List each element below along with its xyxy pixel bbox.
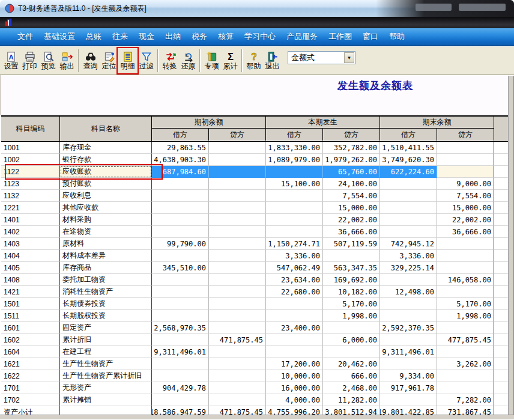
cell-value[interactable]: 22,680.00 <box>266 286 323 298</box>
cell-value[interactable] <box>209 322 266 334</box>
cell-value[interactable] <box>380 226 437 238</box>
cell-value[interactable] <box>380 274 437 286</box>
menu-item-work-circle[interactable]: 工作圈 <box>323 28 357 45</box>
exit-button[interactable]: 退出 <box>263 48 282 73</box>
cell-account-code[interactable]: 1402 <box>1 226 60 238</box>
cell-value[interactable] <box>152 334 209 346</box>
cell-value[interactable] <box>323 250 380 262</box>
cell-account-code[interactable]: 1501 <box>1 298 60 310</box>
cell-value[interactable]: 1,998.00 <box>437 310 494 322</box>
cell-value[interactable] <box>380 298 437 310</box>
cell-value[interactable]: 329,225.14 <box>380 262 437 274</box>
display-format-select[interactable]: 金额式▼ <box>288 51 355 64</box>
cell-value[interactable] <box>380 334 437 346</box>
cell-value[interactable] <box>437 166 494 178</box>
cell-value[interactable] <box>209 202 266 214</box>
table-row[interactable]: 1601固定资产2,568,970.3523,400.002,592,370.3… <box>1 322 508 334</box>
cell-value[interactable]: 22,002.00 <box>323 214 380 226</box>
cell-account-name[interactable]: 消耗性生物资产 <box>60 286 152 298</box>
cell-account-code[interactable]: 1511 <box>1 310 60 322</box>
cell-value[interactable] <box>209 214 266 226</box>
cell-value[interactable]: 5,170.00 <box>437 298 494 310</box>
table-row[interactable]: 1702累计摊销4,000.0011,282.007,282.00 <box>1 394 508 406</box>
table-row[interactable]: 1122应收账款687,984.6065,760.00622,224.60 <box>1 166 508 178</box>
menu-item-product-services[interactable]: 产品服务 <box>281 28 323 45</box>
cell-value[interactable] <box>152 358 209 370</box>
cell-value[interactable] <box>437 346 494 358</box>
cell-account-code[interactable]: 1701 <box>1 382 60 394</box>
cell-account-name[interactable]: 原材料 <box>60 238 152 250</box>
cell-value[interactable]: 563,347.35 <box>323 262 380 274</box>
cell-value[interactable]: 3,336.00 <box>380 250 437 262</box>
cell-value[interactable]: 12,498.00 <box>380 286 437 298</box>
cell-value[interactable]: 169,692.00 <box>323 274 380 286</box>
chevron-down-icon[interactable]: ▼ <box>344 52 354 63</box>
table-row[interactable]: 1402在途物资36,666.0036,666.00 <box>1 226 508 238</box>
cell-value[interactable] <box>266 166 323 178</box>
cell-value[interactable] <box>209 142 266 154</box>
cell-value[interactable]: 15,000.00 <box>437 202 494 214</box>
cell-value[interactable]: 1,979,262.00 <box>323 154 380 166</box>
cell-value[interactable] <box>266 202 323 214</box>
cell-value[interactable]: 7,554.00 <box>323 190 380 202</box>
cell-value[interactable]: 10,182.00 <box>323 286 380 298</box>
cell-value[interactable]: 3,749,620.30 <box>380 154 437 166</box>
cell-value[interactable]: 477,875.45 <box>437 334 494 346</box>
cell-value[interactable]: 36,666.00 <box>323 226 380 238</box>
detail-button[interactable]: 明细 <box>118 48 137 73</box>
menu-item-file[interactable]: 文件 <box>12 28 38 45</box>
cell-account-name[interactable]: 其他应收款 <box>60 202 152 214</box>
cell-account-name[interactable]: 固定资产 <box>60 322 152 334</box>
cell-value[interactable]: 17,200.00 <box>266 358 323 370</box>
cell-value[interactable] <box>209 262 266 274</box>
cell-value[interactable]: 2,568,970.35 <box>152 322 209 334</box>
cell-account-code[interactable]: 1122 <box>1 166 60 178</box>
cell-value[interactable]: 3,336.00 <box>266 250 323 262</box>
cell-value[interactable] <box>209 358 266 370</box>
menu-item-learning-center[interactable]: 学习中心 <box>239 28 281 45</box>
cell-value[interactable] <box>266 298 323 310</box>
cell-value[interactable] <box>380 214 437 226</box>
cell-value[interactable]: 23,634.00 <box>266 274 323 286</box>
cell-value[interactable] <box>209 166 266 178</box>
cell-account-name[interactable]: 委托加工物资 <box>60 274 152 286</box>
table-row[interactable]: 1002银行存款4,638,903.301,089,979.001,979,26… <box>1 154 508 166</box>
cell-value[interactable]: 99,790.00 <box>152 238 209 250</box>
cell-value[interactable]: 11,282.00 <box>323 394 380 406</box>
table-row[interactable]: 1408委托加工物资23,634.00169,692.00146,058.00 <box>1 274 508 286</box>
menu-item-cashier[interactable]: 出纳 <box>160 28 186 45</box>
cell-value[interactable] <box>209 154 266 166</box>
cell-value[interactable] <box>152 274 209 286</box>
cell-account-name[interactable]: 生产性生物资产 <box>60 358 152 370</box>
cell-value[interactable]: 22,002.00 <box>437 214 494 226</box>
cell-value[interactable] <box>209 274 266 286</box>
table-row[interactable]: 1621生产性生物资产17,200.0020,462.003,262.00 <box>1 358 508 370</box>
cell-value[interactable]: 2,468.00 <box>323 382 380 394</box>
cell-value[interactable] <box>266 346 323 358</box>
cell-value[interactable]: 5,170.00 <box>323 298 380 310</box>
table-row[interactable]: 1622生产性生物资产累计折旧10,000.00666.009,334.00 <box>1 370 508 382</box>
cell-value[interactable] <box>209 310 266 322</box>
cell-value[interactable] <box>209 382 266 394</box>
cell-value[interactable] <box>152 226 209 238</box>
menu-item-general-ledger[interactable]: 总账 <box>80 28 107 45</box>
print-button[interactable]: 打印 <box>20 48 39 73</box>
cell-account-code[interactable]: 1123 <box>1 178 60 190</box>
cell-value[interactable] <box>152 310 209 322</box>
menu-item-accounting[interactable]: 核算 <box>213 28 239 45</box>
cell-value[interactable] <box>437 250 494 262</box>
cell-account-code[interactable]: 1403 <box>1 238 60 250</box>
cell-value[interactable]: 65,760.00 <box>323 166 380 178</box>
cell-value[interactable] <box>209 394 266 406</box>
cell-value[interactable]: 6,000.00 <box>323 334 380 346</box>
cell-value[interactable]: 3,262.00 <box>437 358 494 370</box>
cell-value[interactable] <box>152 286 209 298</box>
cell-account-code[interactable]: 1401 <box>1 214 60 226</box>
cell-value[interactable]: 24,100.00 <box>323 178 380 190</box>
query-button[interactable]: 查询 <box>81 48 100 73</box>
cell-account-code[interactable]: 1221 <box>1 202 60 214</box>
table-row[interactable]: 1604在建工程9,311,496.019,311,496.01 <box>1 346 508 358</box>
filter-button[interactable]: 过滤 <box>137 48 156 73</box>
accumulate-button[interactable]: Σ累计 <box>221 48 240 73</box>
cell-value[interactable]: 1,998.00 <box>323 310 380 322</box>
